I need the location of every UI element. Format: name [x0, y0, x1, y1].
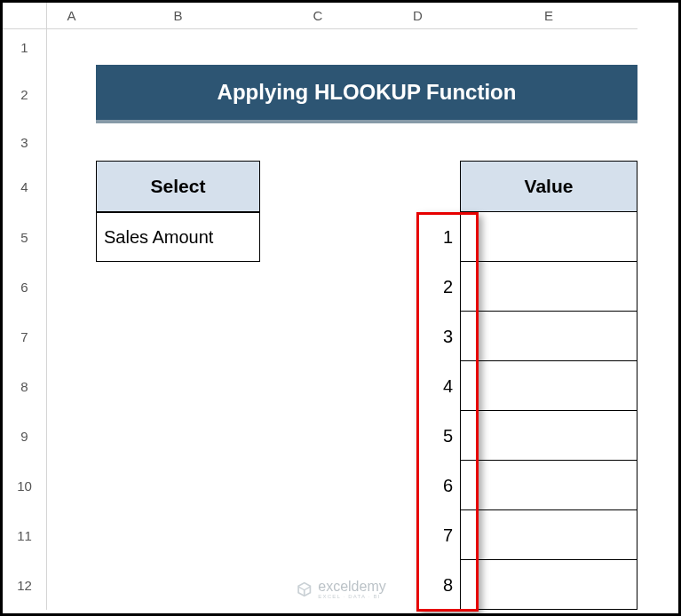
col-header-d[interactable]: D [376, 3, 460, 29]
number-5: 5 [376, 411, 460, 461]
number-6: 6 [376, 461, 460, 510]
cell-b3[interactable] [96, 123, 260, 161]
page-title: Applying HLOOKUP Function [96, 65, 637, 123]
watermark-main: exceldemy [318, 580, 385, 594]
cell-b12[interactable] [96, 560, 260, 610]
cell-b9[interactable] [96, 411, 260, 461]
cell-a10[interactable] [47, 461, 96, 510]
row-header-9[interactable]: 9 [3, 411, 47, 461]
cell-e1[interactable] [460, 29, 637, 65]
cube-icon [295, 580, 313, 598]
col-header-a[interactable]: A [47, 3, 96, 29]
value-row-7 [460, 510, 637, 560]
cell-a4[interactable] [47, 161, 96, 212]
number-4: 4 [376, 361, 460, 411]
cell-d6[interactable]: 2 [376, 262, 460, 312]
cell-b8[interactable] [96, 361, 260, 411]
cell-a6[interactable] [47, 262, 96, 312]
value-row-3 [460, 312, 637, 361]
select-value: Sales Amount [96, 212, 260, 262]
cell-c1[interactable] [260, 29, 376, 65]
number-3: 3 [376, 312, 460, 361]
cell-e5[interactable] [460, 212, 637, 262]
value-row-2 [460, 262, 637, 312]
cell-d9[interactable]: 5 [376, 411, 460, 461]
cell-a3[interactable] [47, 123, 96, 161]
cell-d11[interactable]: 7 [376, 510, 460, 560]
row-header-10[interactable]: 10 [3, 461, 47, 510]
cell-c9[interactable] [260, 411, 376, 461]
value-row-5 [460, 411, 637, 461]
col-header-b[interactable]: B [96, 3, 260, 29]
cell-c7[interactable] [260, 312, 376, 361]
cell-d3[interactable] [376, 123, 460, 161]
cell-c8[interactable] [260, 361, 376, 411]
row-header-4[interactable]: 4 [3, 161, 47, 212]
cell-b7[interactable] [96, 312, 260, 361]
number-1: 1 [376, 212, 460, 262]
cell-c3[interactable] [260, 123, 376, 161]
row-header-8[interactable]: 8 [3, 361, 47, 411]
cell-d8[interactable]: 4 [376, 361, 460, 411]
watermark: exceldemy EXCEL · DATA · BI [295, 580, 385, 599]
cell-a8[interactable] [47, 361, 96, 411]
row-header-6[interactable]: 6 [3, 262, 47, 312]
cell-b11[interactable] [96, 510, 260, 560]
cell-a9[interactable] [47, 411, 96, 461]
cell-e10[interactable] [460, 461, 637, 510]
cell-c5[interactable] [260, 212, 376, 262]
row-header-7[interactable]: 7 [3, 312, 47, 361]
number-8: 8 [376, 560, 460, 610]
cell-e8[interactable] [460, 361, 637, 411]
watermark-sub: EXCEL · DATA · BI [318, 594, 385, 599]
cell-b10[interactable] [96, 461, 260, 510]
title-cell[interactable]: Applying HLOOKUP Function [96, 65, 637, 123]
cell-d5[interactable]: 1 [376, 212, 460, 262]
cell-e11[interactable] [460, 510, 637, 560]
row-header-2[interactable]: 2 [3, 65, 47, 123]
cell-d4[interactable] [376, 161, 460, 212]
number-2: 2 [376, 262, 460, 312]
select-value-cell[interactable]: Sales Amount [96, 212, 260, 262]
cell-c4[interactable] [260, 161, 376, 212]
row-header-5[interactable]: 5 [3, 212, 47, 262]
value-row-1 [460, 212, 637, 262]
cell-e3[interactable] [460, 123, 637, 161]
cell-e12[interactable] [460, 560, 637, 610]
cell-c11[interactable] [260, 510, 376, 560]
cell-d10[interactable]: 6 [376, 461, 460, 510]
cell-e6[interactable] [460, 262, 637, 312]
value-row-8 [460, 560, 637, 610]
col-header-e[interactable]: E [460, 3, 637, 29]
cell-a1[interactable] [47, 29, 96, 65]
cell-e9[interactable] [460, 411, 637, 461]
cell-c10[interactable] [260, 461, 376, 510]
cell-d7[interactable]: 3 [376, 312, 460, 361]
value-row-4 [460, 361, 637, 411]
cell-d1[interactable] [376, 29, 460, 65]
cell-a11[interactable] [47, 510, 96, 560]
corner-cell[interactable] [3, 3, 47, 29]
value-row-6 [460, 461, 637, 510]
cell-d12[interactable]: 8 [376, 560, 460, 610]
row-header-3[interactable]: 3 [3, 123, 47, 161]
col-header-c[interactable]: C [260, 3, 376, 29]
cell-a5[interactable] [47, 212, 96, 262]
number-7: 7 [376, 510, 460, 560]
row-header-1[interactable]: 1 [3, 29, 47, 65]
cell-a7[interactable] [47, 312, 96, 361]
value-header: Value [460, 161, 637, 212]
cell-c6[interactable] [260, 262, 376, 312]
cell-a2[interactable] [47, 65, 96, 123]
cell-a12[interactable] [47, 560, 96, 610]
cell-b1[interactable] [96, 29, 260, 65]
row-header-12[interactable]: 12 [3, 560, 47, 610]
value-header-cell[interactable]: Value [460, 161, 637, 212]
cell-e7[interactable] [460, 312, 637, 361]
cell-b6[interactable] [96, 262, 260, 312]
row-header-11[interactable]: 11 [3, 510, 47, 560]
select-header: Select [96, 161, 260, 212]
select-header-cell[interactable]: Select [96, 161, 260, 212]
